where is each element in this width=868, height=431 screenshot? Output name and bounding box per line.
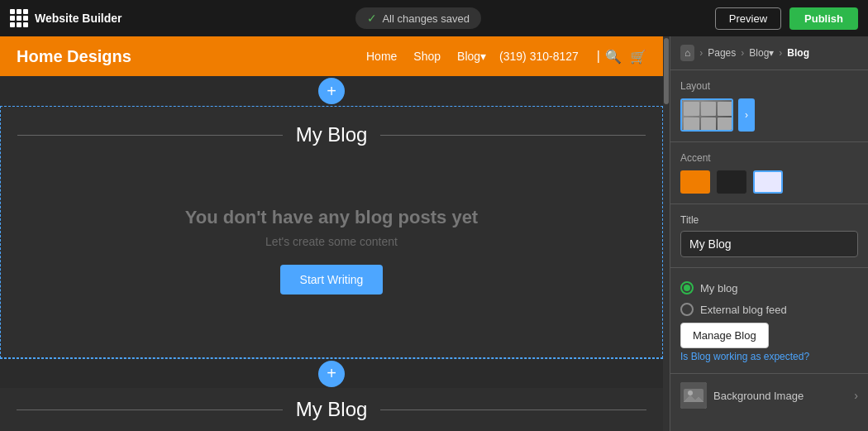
title-field-label: Title [680,214,858,226]
site-nav: Home Designs Home Shop Blog▾ (319) 310-8… [0,36,663,76]
cart-icon[interactable]: 🛒 [630,49,646,65]
home-icon[interactable]: ⌂ [680,45,694,61]
blog-title-row-bottom: My Blog [17,398,646,421]
radio-circle-external [680,303,694,316]
canvas-area: Home Designs Home Shop Blog▾ (319) 310-8… [0,36,663,431]
blog-title-row: My Blog [17,123,646,146]
nav-links: Home Shop Blog▾ [366,50,486,63]
layout-row: › [680,98,858,132]
accent-row [680,170,858,194]
add-block-top-button[interactable]: + [318,78,345,104]
layout-section: Layout › [670,70,868,142]
nav-link-blog[interactable]: Blog▾ [457,50,486,63]
radio-group: My blog External blog feed [680,281,858,316]
title-line-right [380,135,646,136]
blog-empty-sub-text: Let's create some content [265,235,398,248]
svg-point-2 [688,390,693,395]
breadcrumb-blog-parent[interactable]: Blog▾ [749,47,774,59]
radio-my-blog[interactable]: My blog [680,281,858,295]
nav-phone: (319) 310-8127 [499,50,579,63]
grid-icon[interactable] [10,9,28,27]
accent-swatch-light[interactable] [753,170,783,194]
status-text: All changes saved [382,12,470,25]
blog-section-title-bottom: My Blog [296,398,368,421]
preview-button[interactable]: Preview [715,7,781,30]
layout-next-button[interactable]: › [738,98,755,132]
accent-swatch-orange[interactable] [680,170,710,194]
add-block-bottom: + [0,358,663,388]
radio-circle-my-blog [680,281,694,295]
breadcrumb-sep-1: › [699,47,703,59]
topbar-right: Preview Publish [715,7,858,30]
title-input[interactable] [680,231,858,257]
add-block-bottom-button[interactable]: + [318,361,345,387]
blog-section-title: My Blog [296,123,368,146]
right-panel: ⌂ › Pages › Blog▾ › Blog Layout › [670,36,868,431]
nav-icons: 🔍 🛒 [605,49,646,65]
breadcrumb-sep-3: › [779,47,782,59]
topbar-left: Website Builder [10,9,122,27]
nav-link-shop[interactable]: Shop [413,50,441,63]
accent-swatch-dark[interactable] [717,170,746,194]
background-image-row[interactable]: Background Image › [670,374,868,417]
title-section: Title [670,204,868,268]
radio-my-blog-label: My blog [700,282,738,295]
canvas-scrollbar[interactable] [663,36,670,431]
radio-external[interactable]: External blog feed [680,303,858,316]
blog-section: My Blog You don't have any blog posts ye… [0,106,663,358]
accent-label: Accent [680,152,858,164]
plus-icon-bottom: + [327,364,336,383]
blog-feedback-link[interactable]: Is Blog working as expected? [680,351,809,362]
scrollbar-thumb [664,38,669,104]
topbar: Website Builder ✓ All changes saved Prev… [0,0,868,36]
breadcrumb-sep-2: › [741,47,744,59]
bg-image-label: Background Image [713,390,847,402]
search-icon[interactable]: 🔍 [605,49,622,65]
blog-section-bottom: My Blog [0,388,663,431]
breadcrumb-pages[interactable]: Pages [708,47,736,59]
plus-icon-top: + [327,82,336,101]
chevron-right-icon: › [854,389,858,402]
nav-link-home[interactable]: Home [366,50,397,63]
title-line-right-bottom [380,409,646,410]
accent-section: Accent [670,142,868,204]
layout-thumb-1[interactable] [680,98,733,132]
main-content: Home Designs Home Shop Blog▾ (319) 310-8… [0,36,868,431]
add-block-top: + [0,76,663,106]
app-title: Website Builder [35,12,122,25]
status-bar: ✓ All changes saved [355,7,481,29]
publish-button[interactable]: Publish [789,7,858,30]
blog-type-section: My blog External blog feed Manage Blog I… [670,268,868,374]
bg-image-thumb [680,382,707,409]
title-line-left [17,135,283,136]
manage-blog-button[interactable]: Manage Blog [680,323,769,348]
check-icon: ✓ [367,12,377,25]
breadcrumb-blog-active: Blog [787,47,809,59]
nav-divider: | [597,49,600,64]
site-logo: Home Designs [17,47,131,66]
blog-empty-main-text: You don't have any blog posts yet [185,207,478,228]
title-line-left-bottom [17,409,283,410]
panel-breadcrumb: ⌂ › Pages › Blog▾ › Blog [670,36,868,70]
radio-external-label: External blog feed [700,304,787,316]
layout-label: Layout [680,80,858,92]
start-writing-button[interactable]: Start Writing [280,265,384,295]
blog-empty-state: You don't have any blog posts yet Let's … [17,160,646,341]
